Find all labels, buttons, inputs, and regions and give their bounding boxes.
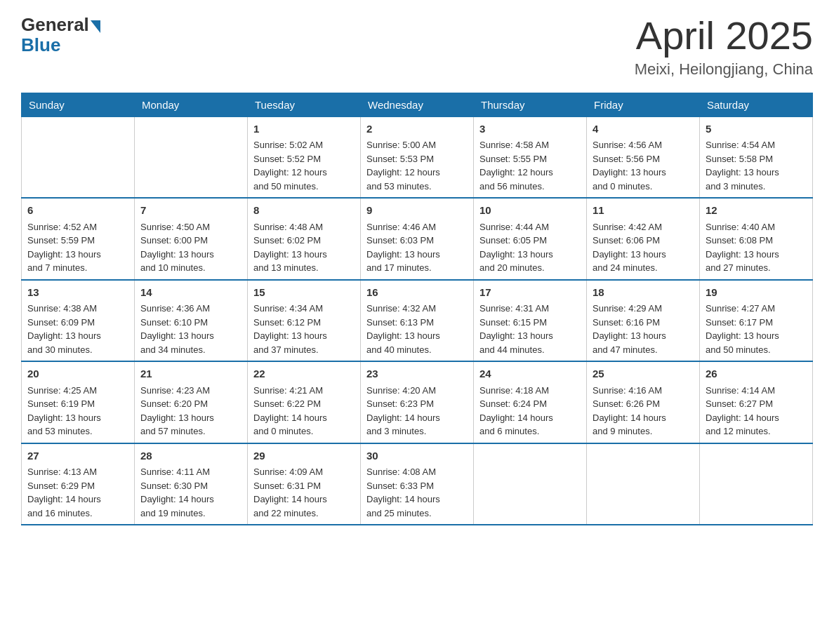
day-number: 6 (27, 203, 128, 219)
calendar-cell: 1Sunrise: 5:02 AMSunset: 5:52 PMDaylight… (248, 116, 361, 198)
day-info: Sunset: 6:02 PM (253, 234, 355, 248)
calendar-cell: 16Sunrise: 4:32 AMSunset: 6:13 PMDayligh… (361, 280, 474, 362)
day-number: 16 (366, 285, 468, 301)
month-title: April 2025 (635, 14, 813, 58)
day-number: 29 (253, 448, 355, 464)
day-number: 19 (706, 285, 807, 301)
day-info: Sunrise: 4:29 AM (593, 302, 694, 316)
day-number: 21 (140, 366, 241, 382)
calendar-cell (22, 116, 135, 198)
calendar-cell (135, 116, 248, 198)
day-info: Sunset: 6:09 PM (27, 316, 128, 330)
day-number: 20 (27, 366, 128, 382)
day-info: Daylight: 13 hours (593, 248, 694, 262)
day-info: Daylight: 13 hours (706, 248, 807, 262)
day-info: Sunset: 6:24 PM (479, 397, 581, 411)
day-info: Sunrise: 4:14 AM (706, 384, 807, 398)
calendar-header: SundayMondayTuesdayWednesdayThursdayFrid… (22, 93, 813, 116)
calendar-cell: 6Sunrise: 4:52 AMSunset: 5:59 PMDaylight… (22, 198, 135, 280)
day-info: and 50 minutes. (706, 343, 807, 357)
calendar-cell: 20Sunrise: 4:25 AMSunset: 6:19 PMDayligh… (22, 361, 135, 443)
day-info: Daylight: 13 hours (27, 329, 128, 343)
day-info: Daylight: 13 hours (706, 329, 807, 343)
day-info: Sunset: 6:03 PM (366, 234, 468, 248)
day-info: and 25 minutes. (366, 507, 468, 521)
day-number: 15 (253, 285, 355, 301)
day-info: Sunset: 6:00 PM (140, 234, 241, 248)
day-info: Sunrise: 5:02 AM (253, 138, 355, 152)
day-info: Daylight: 14 hours (253, 411, 355, 425)
day-info: Sunrise: 4:56 AM (593, 138, 694, 152)
day-info: Sunrise: 4:36 AM (140, 302, 241, 316)
day-number: 9 (366, 203, 468, 219)
day-info: Sunrise: 4:18 AM (479, 384, 581, 398)
calendar-week-5: 27Sunrise: 4:13 AMSunset: 6:29 PMDayligh… (22, 443, 813, 525)
days-header-row: SundayMondayTuesdayWednesdayThursdayFrid… (22, 93, 813, 116)
day-info: Daylight: 14 hours (593, 411, 694, 425)
day-info: Daylight: 14 hours (366, 492, 468, 507)
day-info: Daylight: 13 hours (479, 248, 581, 262)
day-info: and 24 minutes. (593, 261, 694, 275)
day-info: Daylight: 13 hours (593, 329, 694, 343)
calendar-cell: 2Sunrise: 5:00 AMSunset: 5:53 PMDaylight… (361, 116, 474, 198)
day-info: Sunset: 6:05 PM (479, 234, 581, 248)
day-info: Sunset: 5:53 PM (366, 152, 468, 166)
day-info: Daylight: 13 hours (593, 166, 694, 180)
day-info: Sunset: 6:16 PM (593, 316, 694, 330)
page-header: General Blue April 2025 Meixi, Heilongji… (21, 14, 813, 79)
day-info: Sunset: 6:26 PM (593, 397, 694, 411)
day-info: Sunrise: 4:16 AM (593, 384, 694, 398)
day-info: Sunrise: 4:11 AM (140, 465, 241, 479)
day-info: Daylight: 14 hours (706, 411, 807, 425)
day-info: Daylight: 12 hours (479, 166, 581, 180)
day-number: 13 (27, 285, 128, 301)
day-number: 27 (27, 448, 128, 464)
day-info: Sunset: 6:08 PM (706, 234, 807, 248)
day-number: 18 (593, 285, 694, 301)
day-header-friday: Friday (587, 93, 700, 116)
day-info: Daylight: 13 hours (253, 329, 355, 343)
day-info: Sunrise: 4:58 AM (479, 138, 581, 152)
day-header-thursday: Thursday (474, 93, 587, 116)
day-info: Daylight: 12 hours (253, 166, 355, 180)
day-info: and 0 minutes. (593, 180, 694, 194)
day-info: Sunrise: 5:00 AM (366, 138, 468, 152)
day-info: Sunrise: 4:52 AM (27, 220, 128, 234)
day-info: and 16 minutes. (27, 507, 128, 521)
calendar-week-1: 1Sunrise: 5:02 AMSunset: 5:52 PMDaylight… (22, 116, 813, 198)
calendar-cell: 22Sunrise: 4:21 AMSunset: 6:22 PMDayligh… (248, 361, 361, 443)
calendar-week-3: 13Sunrise: 4:38 AMSunset: 6:09 PMDayligh… (22, 280, 813, 362)
day-info: Sunset: 6:17 PM (706, 316, 807, 330)
day-number: 1 (253, 121, 355, 137)
calendar-cell: 8Sunrise: 4:48 AMSunset: 6:02 PMDaylight… (248, 198, 361, 280)
calendar-cell: 30Sunrise: 4:08 AMSunset: 6:33 PMDayligh… (361, 443, 474, 525)
title-block: April 2025 Meixi, Heilongjiang, China (635, 14, 813, 79)
calendar-cell: 11Sunrise: 4:42 AMSunset: 6:06 PMDayligh… (587, 198, 700, 280)
day-info: Daylight: 14 hours (27, 492, 128, 507)
calendar-cell: 3Sunrise: 4:58 AMSunset: 5:55 PMDaylight… (474, 116, 587, 198)
day-info: and 53 minutes. (27, 424, 128, 438)
calendar-cell: 29Sunrise: 4:09 AMSunset: 6:31 PMDayligh… (248, 443, 361, 525)
calendar-cell (700, 443, 813, 525)
logo-general-text: General (21, 14, 89, 36)
day-header-sunday: Sunday (22, 93, 135, 116)
day-info: and 17 minutes. (366, 261, 468, 275)
day-info: Sunrise: 4:54 AM (706, 138, 807, 152)
day-info: Sunset: 6:30 PM (140, 479, 241, 493)
calendar-cell: 23Sunrise: 4:20 AMSunset: 6:23 PMDayligh… (361, 361, 474, 443)
logo: General Blue (21, 14, 100, 54)
day-number: 14 (140, 285, 241, 301)
day-info: Sunset: 5:56 PM (593, 152, 694, 166)
day-info: and 47 minutes. (593, 343, 694, 357)
day-info: Sunrise: 4:42 AM (593, 220, 694, 234)
calendar-cell: 25Sunrise: 4:16 AMSunset: 6:26 PMDayligh… (587, 361, 700, 443)
day-number: 3 (479, 121, 581, 137)
calendar-cell: 26Sunrise: 4:14 AMSunset: 6:27 PMDayligh… (700, 361, 813, 443)
day-number: 26 (706, 366, 807, 382)
day-info: Sunrise: 4:21 AM (253, 384, 355, 398)
day-info: Daylight: 13 hours (27, 411, 128, 425)
day-number: 28 (140, 448, 241, 464)
day-info: Sunrise: 4:08 AM (366, 465, 468, 479)
day-number: 12 (706, 203, 807, 219)
day-info: Daylight: 13 hours (706, 166, 807, 180)
